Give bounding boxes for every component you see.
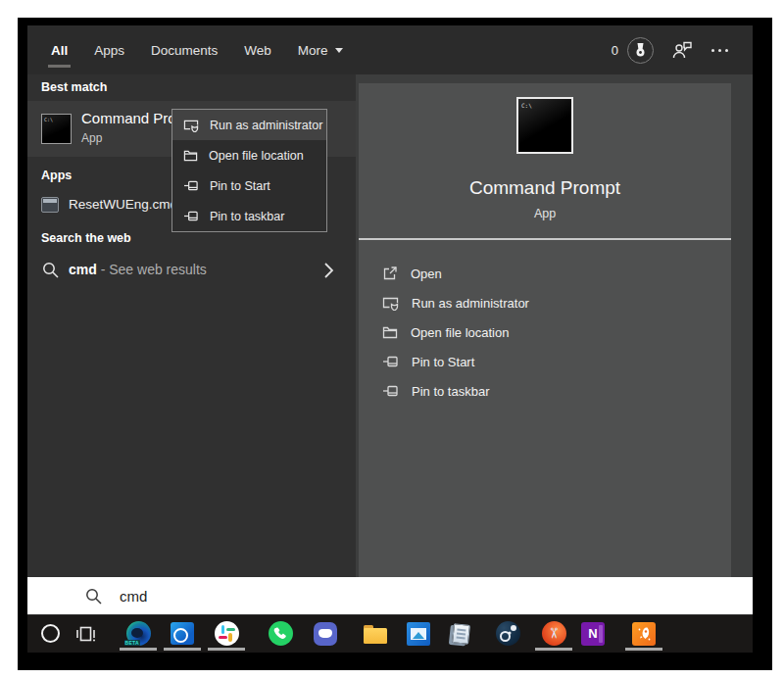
taskbar-cortana-button[interactable] [35, 620, 65, 647]
divider [359, 238, 731, 240]
web-query: cmd [69, 262, 97, 277]
action-pin-to-taskbar[interactable]: Pin to taskbar [359, 376, 731, 406]
tab-all[interactable]: All [51, 25, 68, 74]
taskbar-photos-button[interactable] [404, 620, 433, 647]
search-input[interactable]: cmd [27, 577, 753, 614]
pin-icon [183, 178, 199, 193]
menu-run-as-administrator[interactable]: Run as administrator [172, 110, 326, 140]
taskbar-rocket-app-button[interactable] [629, 620, 659, 647]
search-icon [41, 261, 60, 279]
menu-pin-to-taskbar[interactable]: Pin to taskbar [172, 201, 326, 231]
tab-more[interactable]: More [298, 25, 343, 74]
outlook-icon [171, 622, 194, 645]
rewards-medal-icon [627, 37, 654, 64]
preview-card: C:\ Command Prompt App Open Run as admin… [359, 83, 731, 577]
command-prompt-icon: C:\ [41, 114, 72, 144]
topbar-actions: 0 [612, 37, 753, 64]
action-pin-to-start[interactable]: Pin to Start [359, 347, 731, 376]
taskbar-outlook-button[interactable] [168, 620, 197, 647]
run-as-admin-icon [382, 295, 399, 311]
taskbar-discord-button[interactable] [311, 620, 340, 647]
tab-web-label: Web [244, 43, 271, 58]
photos-icon [407, 622, 430, 646]
menu-pin-taskbar-label: Pin to taskbar [210, 210, 284, 223]
preview-title: Command Prompt [359, 177, 731, 199]
pin-icon [382, 354, 399, 369]
search-web-header: Search the web [41, 231, 131, 245]
web-search-result[interactable]: cmd - See web results [27, 254, 356, 287]
apps-header: Apps [41, 169, 72, 182]
screenshot-frame: All Apps Documents Web More 0 Best match [18, 18, 772, 670]
action-open[interactable]: Open [359, 259, 731, 288]
taskbar-slack-button[interactable] [212, 620, 241, 647]
action-open-label: Open [411, 267, 442, 281]
taskbar-steam-button[interactable] [493, 620, 522, 647]
search-icon [84, 587, 103, 606]
steam-icon [496, 621, 520, 646]
best-match-header: Best match [41, 80, 107, 94]
search-value: cmd [120, 588, 147, 605]
taskbar-file-explorer-button[interactable] [361, 620, 390, 647]
taskbar-scissors-app-button[interactable]: ✂ [539, 620, 568, 647]
pin-icon [183, 209, 199, 223]
search-filter-bar: All Apps Documents Web More 0 [27, 25, 753, 74]
action-run-admin-label: Run as administrator [412, 296, 529, 311]
results-area: Best match C:\ Command Prompt App Apps R… [27, 74, 753, 577]
folder-location-icon [382, 324, 398, 340]
action-open-file-location[interactable]: Open file location [359, 317, 731, 347]
onenote-icon: N [581, 622, 605, 646]
tab-documents-label: Documents [151, 43, 218, 58]
edge-beta-badge: BETA [124, 640, 140, 646]
action-pin-start-label: Pin to Start [412, 355, 474, 369]
tab-documents[interactable]: Documents [151, 25, 218, 74]
task-view-icon [75, 623, 97, 645]
tab-web[interactable]: Web [244, 25, 271, 74]
taskbar: BETA ✂ N [27, 615, 753, 653]
action-run-as-administrator[interactable]: Run as administrator [359, 288, 731, 317]
pin-icon [382, 383, 399, 399]
menu-pin-start-label: Pin to Start [210, 179, 270, 193]
cmd-file-icon [41, 197, 59, 213]
file-explorer-icon [364, 625, 387, 645]
open-icon [382, 266, 398, 281]
onenote-letter: N [588, 626, 597, 641]
taskbar-task-view-button[interactable] [72, 620, 101, 647]
taskbar-notepad-button[interactable] [446, 620, 475, 647]
menu-open-file-location[interactable]: Open file location [172, 140, 326, 170]
menu-pin-to-start[interactable]: Pin to Start [172, 170, 326, 201]
run-as-admin-icon [183, 118, 199, 132]
web-result-text: cmd - See web results [69, 262, 207, 277]
tab-apps[interactable]: Apps [94, 25, 124, 74]
app-result-title: ResetWUEng.cmd [69, 197, 177, 212]
notepad-icon [452, 623, 470, 645]
scissors-app-icon: ✂ [542, 621, 566, 646]
search-flyout: All Apps Documents Web More 0 Best match [27, 25, 753, 653]
taskbar-onenote-button[interactable]: N [578, 620, 608, 647]
command-prompt-icon-large: C:\ [516, 97, 573, 154]
rewards-button[interactable]: 0 [612, 37, 654, 64]
preview-subtitle: App [359, 207, 731, 220]
more-options-icon[interactable] [711, 49, 728, 52]
tab-more-label: More [298, 43, 328, 58]
menu-open-location-label: Open file location [209, 149, 304, 163]
rewards-count: 0 [612, 43, 618, 58]
chevron-down-icon [335, 48, 343, 53]
tab-all-label: All [51, 43, 68, 58]
taskbar-whatsapp-button[interactable] [266, 620, 295, 647]
action-open-location-label: Open file location [411, 325, 509, 340]
whatsapp-icon [269, 621, 293, 646]
folder-location-icon [183, 148, 198, 163]
preview-actions: Open Run as administrator Open file loca… [359, 259, 731, 406]
action-pin-taskbar-label: Pin to taskbar [412, 384, 490, 399]
web-suffix: - See web results [97, 262, 207, 277]
cmd-prompt-glyph: C:\ [44, 117, 53, 122]
context-menu: Run as administrator Open file location … [172, 109, 327, 232]
rocket-app-icon [632, 622, 656, 646]
tab-apps-label: Apps [94, 43, 124, 58]
feedback-icon[interactable] [672, 40, 693, 60]
slack-icon [215, 621, 239, 646]
chevron-right-icon[interactable] [323, 262, 334, 279]
filter-tabs: All Apps Documents Web More [27, 25, 343, 74]
cortana-icon [41, 624, 60, 643]
taskbar-edge-beta-button[interactable]: BETA [123, 620, 153, 647]
